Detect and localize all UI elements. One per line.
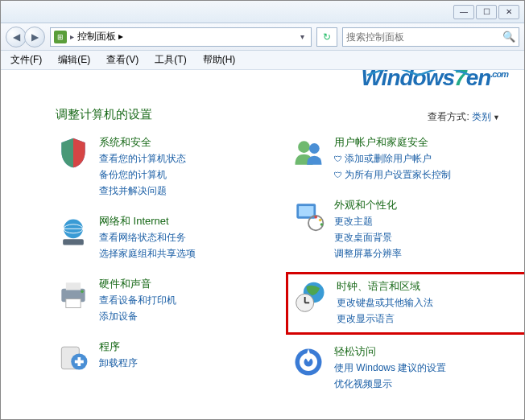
cat-link[interactable]: 查看网络状态和任务 bbox=[99, 230, 196, 245]
svg-point-17 bbox=[314, 216, 317, 219]
cat-link[interactable]: 更改显示语言 bbox=[337, 311, 433, 326]
cat-network-internet: 网络和 Internet 查看网络状态和任务 选择家庭组和共享选项 bbox=[56, 214, 273, 261]
titlebar: — ☐ ✕ bbox=[1, 1, 524, 23]
cat-user-accounts: 用户帐户和家庭安全 🛡 添加或删除用户帐户 🛡 为所有用户设置家长控制 bbox=[291, 135, 508, 182]
left-column: 系统和安全 查看您的计算机状态 备份您的计算机 查找并解决问题 网络和 Inte… bbox=[56, 135, 273, 391]
search-box[interactable]: 🔍 bbox=[342, 27, 519, 47]
refresh-button[interactable]: ↻ bbox=[316, 27, 337, 47]
ease-of-access-icon bbox=[291, 344, 326, 380]
svg-point-18 bbox=[319, 219, 322, 222]
menu-tools[interactable]: 工具(T) bbox=[151, 51, 189, 68]
svg-point-21 bbox=[296, 294, 314, 311]
forward-button[interactable]: ▶ bbox=[24, 27, 45, 47]
watermark-logo: Windows7en.com bbox=[361, 70, 508, 91]
svg-rect-6 bbox=[66, 299, 81, 308]
svg-rect-3 bbox=[63, 239, 84, 245]
control-panel-window: — ☐ ✕ ◀ ▶ ⊞ ▸ 控制面板 ▸ ▾ ↻ 🔍 文件(F) 编辑(E) 查… bbox=[0, 0, 525, 420]
cat-link[interactable]: 更改键盘或其他输入法 bbox=[337, 295, 433, 310]
cat-link[interactable]: 查找并解决问题 bbox=[99, 183, 186, 198]
cat-link[interactable]: 更改主题 bbox=[334, 214, 402, 229]
cat-programs: 程序 卸载程序 bbox=[56, 340, 273, 375]
printer-icon bbox=[56, 277, 91, 312]
globe-network-icon bbox=[56, 214, 91, 249]
cat-title[interactable]: 系统和安全 bbox=[99, 135, 186, 150]
cat-link[interactable]: 🛡 添加或删除用户帐户 bbox=[334, 151, 451, 166]
cat-link[interactable]: 添加设备 bbox=[99, 309, 176, 323]
cat-link[interactable]: 卸载程序 bbox=[99, 356, 138, 370]
nav-buttons: ◀ ▶ bbox=[6, 27, 45, 47]
programs-icon bbox=[56, 340, 91, 375]
svg-rect-5 bbox=[66, 282, 81, 290]
content-area: Windows7en.com 调整计算机的设置 查看方式: 类别▼ 系统和安全 … bbox=[1, 70, 524, 419]
control-panel-icon: ⊞ bbox=[54, 31, 67, 43]
close-button[interactable]: ✕ bbox=[498, 5, 519, 19]
svg-point-7 bbox=[81, 290, 84, 294]
maximize-button[interactable]: ☐ bbox=[476, 5, 497, 19]
view-mode: 查看方式: 类别▼ bbox=[428, 110, 500, 124]
cat-link[interactable]: 更改桌面背景 bbox=[334, 230, 402, 245]
cat-appearance: 外观和个性化 更改主题 更改桌面背景 调整屏幕分辨率 bbox=[291, 198, 508, 261]
svg-point-13 bbox=[309, 143, 320, 154]
cat-title[interactable]: 外观和个性化 bbox=[334, 198, 402, 212]
svg-point-19 bbox=[320, 223, 324, 226]
cat-title[interactable]: 用户帐户和家庭安全 bbox=[334, 135, 451, 150]
cat-link[interactable]: 使用 Windows 建议的设置 bbox=[334, 360, 446, 375]
search-input[interactable] bbox=[346, 31, 502, 43]
cat-link[interactable]: 选择家庭组和共享选项 bbox=[99, 246, 196, 261]
svg-rect-15 bbox=[299, 206, 313, 216]
cat-link[interactable]: 备份您的计算机 bbox=[99, 167, 186, 182]
cat-link[interactable]: 查看设备和打印机 bbox=[99, 293, 176, 307]
cat-link[interactable]: 调整屏幕分辨率 bbox=[334, 246, 402, 261]
view-mode-value[interactable]: 类别▼ bbox=[472, 111, 500, 122]
menu-edit[interactable]: 编辑(E) bbox=[55, 51, 93, 68]
menu-help[interactable]: 帮助(H) bbox=[200, 51, 239, 68]
right-column: 用户帐户和家庭安全 🛡 添加或删除用户帐户 🛡 为所有用户设置家长控制 外观和个… bbox=[291, 135, 508, 391]
cat-ease-of-access: 轻松访问 使用 Windows 建议的设置 优化视频显示 bbox=[291, 344, 508, 391]
cat-title[interactable]: 时钟、语言和区域 bbox=[337, 279, 433, 294]
shield-icon bbox=[56, 135, 91, 171]
address-dropdown[interactable]: ▾ bbox=[297, 32, 308, 41]
cat-clock-language-region: 时钟、语言和区域 更改键盘或其他输入法 更改显示语言 bbox=[286, 272, 524, 335]
minimize-button[interactable]: — bbox=[453, 5, 474, 19]
svg-rect-11 bbox=[75, 360, 84, 364]
cat-system-security: 系统和安全 查看您的计算机状态 备份您的计算机 查找并解决问题 bbox=[56, 135, 273, 198]
menu-file[interactable]: 文件(F) bbox=[7, 51, 45, 68]
cat-title[interactable]: 程序 bbox=[99, 340, 138, 354]
users-icon bbox=[291, 135, 326, 171]
search-icon[interactable]: 🔍 bbox=[502, 31, 515, 43]
appearance-icon bbox=[291, 198, 326, 233]
address-bar[interactable]: ⊞ ▸ 控制面板 ▸ ▾ bbox=[50, 27, 312, 47]
cat-link[interactable]: 优化视频显示 bbox=[334, 377, 446, 391]
cat-title[interactable]: 轻松访问 bbox=[334, 344, 446, 359]
clock-globe-icon bbox=[293, 279, 329, 315]
cat-hardware-sound: 硬件和声音 查看设备和打印机 添加设备 bbox=[56, 277, 273, 323]
view-mode-label: 查看方式: bbox=[428, 111, 469, 122]
menubar: 文件(F) 编辑(E) 查看(V) 工具(T) 帮助(H) bbox=[1, 51, 524, 70]
menu-view[interactable]: 查看(V) bbox=[103, 51, 142, 68]
navbar: ◀ ▶ ⊞ ▸ 控制面板 ▸ ▾ ↻ 🔍 bbox=[1, 23, 524, 51]
cat-link[interactable]: 🛡 为所有用户设置家长控制 bbox=[334, 167, 451, 182]
svg-point-12 bbox=[298, 141, 310, 153]
cat-title[interactable]: 硬件和声音 bbox=[99, 277, 176, 291]
breadcrumb[interactable]: 控制面板 ▸ bbox=[77, 30, 294, 43]
category-grid: 系统和安全 查看您的计算机状态 备份您的计算机 查找并解决问题 网络和 Inte… bbox=[56, 135, 508, 391]
cat-title[interactable]: 网络和 Internet bbox=[99, 214, 196, 229]
cat-link[interactable]: 查看您的计算机状态 bbox=[99, 151, 186, 166]
breadcrumb-sep: ▸ bbox=[70, 32, 74, 41]
